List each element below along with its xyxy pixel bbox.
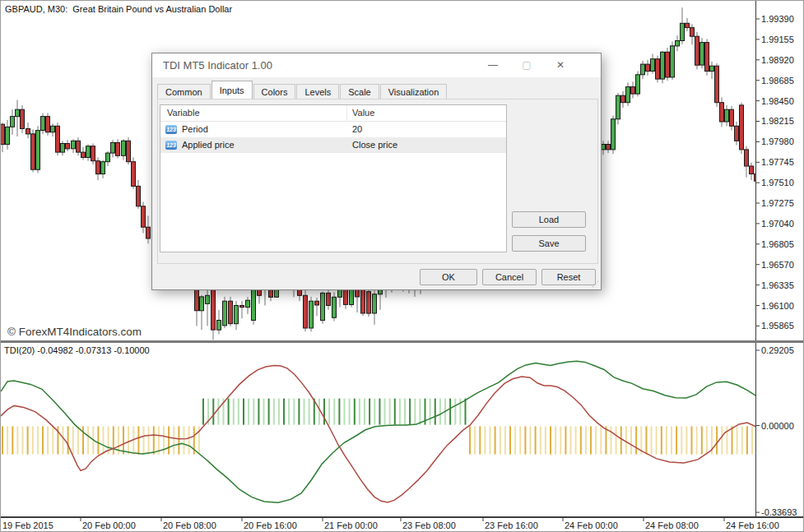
- price-axis-label: 1.97745: [761, 157, 794, 167]
- price-axis-label: 1.96335: [761, 280, 794, 290]
- tab-inputs[interactable]: Inputs: [211, 81, 253, 99]
- resize-grip-icon[interactable]: ⋰: [592, 280, 598, 287]
- price-axis-label: 1.95865: [761, 321, 794, 331]
- price-axis-label: 1.98215: [761, 116, 794, 126]
- time-axis-label: 20 Feb 00:00: [82, 520, 136, 530]
- dialog-title: TDI MT5 Indicator 1.00: [163, 59, 272, 72]
- dialog-tabs: CommonInputsColorsLevelsScaleVisualizati…: [157, 81, 448, 99]
- close-icon[interactable]: ✕: [553, 58, 568, 72]
- column-header-variable: Variable: [167, 105, 200, 121]
- param-value[interactable]: 20: [352, 122, 362, 137]
- indicator-axis-label: 0.29205: [761, 345, 794, 355]
- price-axis-label: 1.98920: [761, 55, 794, 65]
- indicator-axis-label: -0.33693: [761, 507, 797, 517]
- numeric-parameter-icon: 123: [165, 141, 177, 150]
- numeric-parameter-icon: 123: [165, 125, 177, 134]
- reset-button[interactable]: Reset: [541, 269, 596, 285]
- price-axis-label: 1.96805: [761, 239, 794, 249]
- price-axis-label: 1.96570: [761, 260, 794, 270]
- load-button[interactable]: Load: [512, 211, 586, 228]
- price-axis-label: 1.99390: [761, 14, 794, 24]
- price-axis-label: 1.98685: [761, 76, 794, 86]
- column-header-value: Value: [352, 105, 374, 121]
- maximize-icon[interactable]: ▢: [519, 58, 534, 72]
- time-axis-label: 21 Feb 00:00: [324, 520, 378, 530]
- table-row-period[interactable]: 123 Period 20: [160, 122, 506, 137]
- tab-colors[interactable]: Colors: [253, 84, 296, 100]
- tab-scale[interactable]: Scale: [340, 84, 379, 100]
- watermark: © ForexMT4Indicators.com: [7, 326, 142, 338]
- ok-button[interactable]: OK: [420, 269, 477, 285]
- time-axis-label: 24 Feb 08:00: [645, 520, 699, 530]
- chart-symbol-label: GBPAUD, M30: Great Britain Pound vs Aust…: [5, 4, 232, 14]
- price-axis-label: 1.97275: [761, 198, 794, 208]
- price-axis-label: 1.97980: [761, 136, 794, 146]
- price-axis-label: 1.97510: [761, 178, 794, 187]
- tab-common[interactable]: Common: [157, 84, 211, 100]
- time-axis-label: 24 Feb 16:00: [726, 520, 779, 530]
- price-axis-label: 1.97040: [761, 219, 794, 229]
- param-name: Applied price: [182, 137, 235, 153]
- time-axis-label: 20 Feb 16:00: [244, 520, 297, 530]
- time-axis-label: 23 Feb 16:00: [485, 520, 538, 530]
- price-axis-label: 1.98450: [761, 96, 794, 106]
- save-button[interactable]: Save: [512, 235, 586, 252]
- table-header-row: Variable Value: [160, 105, 506, 122]
- dialog-titlebar[interactable]: TDI MT5 Indicator 1.00 — ▢ ✕: [152, 53, 601, 77]
- tab-visualization[interactable]: Visualization: [380, 84, 448, 100]
- cancel-button[interactable]: Cancel: [482, 269, 537, 285]
- minimize-icon[interactable]: —: [486, 58, 500, 72]
- price-axis-label: 1.96100: [761, 301, 794, 311]
- price-axis-label: 1.99155: [761, 35, 794, 44]
- mt5-chart-window: GBPAUD, M30: Great Britain Pound vs Aust…: [0, 0, 804, 532]
- indicator-properties-dialog: TDI MT5 Indicator 1.00 — ▢ ✕ CommonInput…: [151, 53, 602, 290]
- param-value[interactable]: Close price: [352, 137, 397, 153]
- time-axis-label: 20 Feb 08:00: [163, 520, 216, 530]
- time-axis-label: 23 Feb 08:00: [402, 520, 456, 530]
- table-row-applied-price[interactable]: 123 Applied price Close price: [160, 137, 506, 153]
- inputs-table: Variable Value 123 Period 20 123 Applied…: [160, 104, 507, 252]
- time-axis-label: 19 Feb 2015: [2, 520, 53, 530]
- time-axis-label: 24 Feb 00:00: [565, 520, 618, 530]
- indicator-axis-label: 0.00000: [761, 421, 794, 431]
- indicator-values-label: TDI(20) -0.04982 -0.07313 -0.10000: [4, 345, 150, 355]
- tab-levels[interactable]: Levels: [296, 84, 339, 100]
- param-name: Period: [182, 122, 208, 137]
